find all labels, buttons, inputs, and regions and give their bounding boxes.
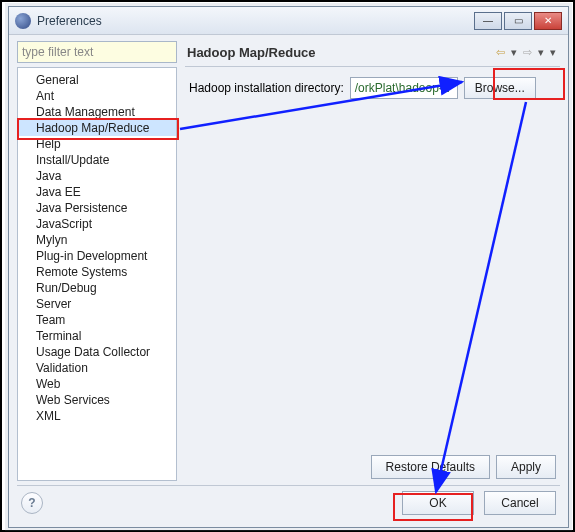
tree-item[interactable]: Run/Debug [18, 280, 176, 296]
minimize-button[interactable]: — [474, 12, 502, 30]
cancel-button[interactable]: Cancel [484, 491, 556, 515]
view-menu-icon[interactable]: ▾ [548, 46, 558, 59]
tree-item[interactable]: Server [18, 296, 176, 312]
tree-item[interactable]: XML [18, 408, 176, 424]
tree-item[interactable]: Java [18, 168, 176, 184]
tree-item[interactable]: Remote Systems [18, 264, 176, 280]
help-icon[interactable]: ? [21, 492, 43, 514]
back-menu-icon[interactable]: ▾ [509, 46, 519, 59]
tree-item[interactable]: General [18, 72, 176, 88]
tree-item[interactable]: Hadoop Map/Reduce [18, 120, 176, 136]
tree-item[interactable]: Terminal [18, 328, 176, 344]
tree-item[interactable]: Web Services [18, 392, 176, 408]
tree-item[interactable]: Usage Data Collector [18, 344, 176, 360]
maximize-button[interactable]: ▭ [504, 12, 532, 30]
page-title: Hadoop Map/Reduce [187, 45, 494, 60]
filter-input[interactable]: type filter text [17, 41, 177, 63]
browse-button[interactable]: Browse... [464, 77, 536, 99]
tree-item[interactable]: Web [18, 376, 176, 392]
tree-item[interactable]: Install/Update [18, 152, 176, 168]
history-nav[interactable]: ⇦ ▾ ⇨ ▾ ▾ [494, 46, 558, 59]
tree-item[interactable]: Help [18, 136, 176, 152]
tree-item[interactable]: Validation [18, 360, 176, 376]
close-button[interactable]: ✕ [534, 12, 562, 30]
install-dir-label: Hadoop installation directory: [189, 81, 344, 95]
apply-button[interactable]: Apply [496, 455, 556, 479]
tree-item[interactable]: Java EE [18, 184, 176, 200]
category-tree[interactable]: GeneralAntData ManagementHadoop Map/Redu… [17, 67, 177, 481]
back-icon[interactable]: ⇦ [494, 46, 507, 59]
tree-item[interactable]: Plug-in Development [18, 248, 176, 264]
restore-defaults-button[interactable]: Restore Defaults [371, 455, 490, 479]
install-dir-input[interactable]: /orkPlat\hadoop-1 [350, 77, 458, 99]
app-icon [15, 13, 31, 29]
tree-item[interactable]: Mylyn [18, 232, 176, 248]
preferences-window: Preferences — ▭ ✕ type filter text Gener… [8, 6, 569, 528]
tree-item[interactable]: Data Management [18, 104, 176, 120]
ok-button[interactable]: OK [402, 491, 474, 515]
forward-menu-icon[interactable]: ▾ [536, 46, 546, 59]
forward-icon[interactable]: ⇨ [521, 46, 534, 59]
tree-item[interactable]: Team [18, 312, 176, 328]
tree-item[interactable]: Java Persistence [18, 200, 176, 216]
tree-item[interactable]: JavaScript [18, 216, 176, 232]
titlebar[interactable]: Preferences — ▭ ✕ [9, 7, 568, 35]
window-title: Preferences [37, 14, 474, 28]
tree-item[interactable]: Ant [18, 88, 176, 104]
